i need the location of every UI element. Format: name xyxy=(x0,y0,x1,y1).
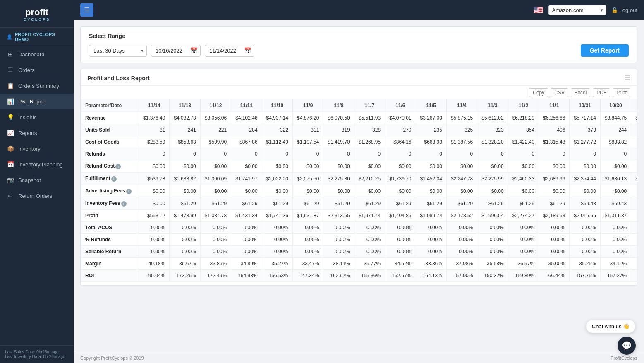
row-cell: 319 xyxy=(323,124,354,136)
sidebar-item-return-orders[interactable]: ↩ Return Orders xyxy=(0,188,74,204)
col-header: 11/9 xyxy=(292,99,323,112)
info-icon[interactable]: i xyxy=(121,201,127,207)
row-cell: 34.52% xyxy=(385,258,416,270)
row-cell: 35.00% xyxy=(539,258,570,270)
row-cell: 81 xyxy=(139,124,170,136)
csv-button[interactable]: CSV xyxy=(551,88,568,97)
row-cell: $0.00 xyxy=(170,185,200,197)
row-cell: $833.82 xyxy=(600,136,631,148)
row-cell: $706.43 xyxy=(631,136,637,148)
row-cell: $0.00 xyxy=(262,185,292,197)
table-row: % Refunds0.00%0.00%0.00%0.00%0.00%0.00%0… xyxy=(81,234,637,246)
info-icon[interactable]: i xyxy=(115,164,121,169)
row-cell: $4,876.20 xyxy=(292,112,323,124)
row-cell: 0 xyxy=(477,148,508,160)
sidebar-item-orders-summary[interactable]: 📋 Orders Summary xyxy=(0,78,74,94)
row-cell: $1,638.82 xyxy=(170,173,200,185)
row-cell: $61.29 xyxy=(262,197,292,210)
row-cell: $1,089.74 xyxy=(416,210,446,222)
row-cell: 0 xyxy=(508,148,539,160)
row-cell: 0.00% xyxy=(416,222,446,234)
footer-copyright: Copyright ProfitCyclops © 2019 xyxy=(80,356,144,361)
row-cell: 0.00% xyxy=(446,234,477,246)
sidebar-item-pl-report[interactable]: 📊 P&L Report xyxy=(0,94,74,109)
row-cell: $599.90 xyxy=(200,136,231,148)
col-header: 11/10 xyxy=(262,99,292,112)
print-button[interactable]: Print xyxy=(613,88,630,97)
excel-button[interactable]: Excel xyxy=(571,88,590,97)
row-cell: $1,971.44 xyxy=(354,210,385,222)
row-cell: 0 xyxy=(323,148,354,160)
dashboard-icon: ⊞ xyxy=(7,51,14,58)
chat-button[interactable]: 💬 xyxy=(618,337,636,355)
store-select-wrapper: Amazon.com Amazon.ca Amazon.co.uk xyxy=(548,5,606,15)
row-label: ROI xyxy=(81,270,139,282)
row-cell: 37.08% xyxy=(446,258,477,270)
row-cell: 0.00% xyxy=(385,222,416,234)
menu-button[interactable]: ☰ xyxy=(80,3,93,17)
row-cell: $0.00 xyxy=(323,160,354,173)
row-cell: $0.00 xyxy=(139,185,170,197)
row-cell: $6,218.29 xyxy=(508,112,539,124)
get-report-button[interactable]: Get Report xyxy=(581,44,629,57)
range-select[interactable]: Last 30 Days Last 7 Days Last 14 Days Th… xyxy=(89,45,147,57)
row-cell: 241 xyxy=(170,124,200,136)
row-cell: 0.00% xyxy=(631,222,637,234)
report-table: Parameter/Date11/1411/1311/1211/1111/101… xyxy=(81,99,637,282)
row-cell: $0.00 xyxy=(600,185,631,197)
sidebar-item-insights[interactable]: 💡 Insights xyxy=(0,109,74,125)
user-icon: 👤 xyxy=(7,34,12,40)
row-cell: $0.00 xyxy=(508,160,539,173)
sidebar-logo: profit CYCLOPS xyxy=(0,0,74,28)
row-cell: 164.93% xyxy=(231,270,262,282)
range-title: Select Range xyxy=(89,33,629,39)
sidebar-item-snapshot[interactable]: 📷 Snapshot xyxy=(0,172,74,188)
calendar-to-icon[interactable]: 📅 xyxy=(244,47,251,54)
pdf-button[interactable]: PDF xyxy=(593,88,610,97)
col-header: 11/12 xyxy=(200,99,231,112)
row-cell: $1,431.34 xyxy=(231,210,262,222)
row-cell: 157.00% xyxy=(446,270,477,282)
sidebar-item-reports[interactable]: 📈 Reports xyxy=(0,125,74,141)
table-row: Sellable Return0.00%0.00%0.00%0.00%0.00%… xyxy=(81,246,637,258)
row-cell: $0.00 xyxy=(539,160,570,173)
row-cell: 0.00% xyxy=(292,222,323,234)
row-cell: $0.00 xyxy=(385,160,416,173)
sidebar-item-inventory-planning[interactable]: 📅 Inventory Planning xyxy=(0,156,74,172)
calendar-from-icon[interactable]: 📅 xyxy=(190,47,197,54)
sales-status: Last Sales Data: 0hr26m ago xyxy=(5,350,69,354)
store-select[interactable]: Amazon.com Amazon.ca Amazon.co.uk xyxy=(548,5,606,15)
row-cell: 33.47% xyxy=(292,258,323,270)
row-cell: 150.32% xyxy=(477,270,508,282)
row-cell: 36.57% xyxy=(508,258,539,270)
row-cell: 166.44% xyxy=(539,270,570,282)
row-cell: $2,313.65 xyxy=(323,210,354,222)
row-cell: 35.25% xyxy=(570,258,600,270)
sidebar-item-orders[interactable]: ☰ Orders xyxy=(0,62,74,78)
row-label: Margin xyxy=(81,258,139,270)
row-cell: $61.29 xyxy=(385,197,416,210)
row-cell: $69.43 xyxy=(600,197,631,210)
sidebar-item-inventory[interactable]: 📦 Inventory xyxy=(0,141,74,156)
report-header: Profit and Loss Report ☰ xyxy=(81,69,637,86)
row-cell: $1,404.86 xyxy=(385,210,416,222)
logout-button[interactable]: 🔓 Log out xyxy=(611,7,637,13)
row-cell: $1,112.49 xyxy=(262,136,292,148)
sidebar-item-label: Snapshot xyxy=(18,177,41,183)
row-cell: $0.00 xyxy=(170,160,200,173)
row-cell: 36.67% xyxy=(170,258,200,270)
table-row: Margin40.18%36.67%33.86%34.89%35.27%33.4… xyxy=(81,258,637,270)
row-cell: 164.13% xyxy=(416,270,446,282)
row-cell: $0.00 xyxy=(446,160,477,173)
inventory-status: Last Inventory Data: 0hr26m ago xyxy=(5,354,69,359)
info-icon[interactable]: i xyxy=(111,176,117,182)
row-cell: 0.00% xyxy=(170,234,200,246)
row-cell: 0.00% xyxy=(508,222,539,234)
copy-button[interactable]: Copy xyxy=(529,88,548,97)
col-header: 11/11 xyxy=(231,99,262,112)
sidebar-item-dashboard[interactable]: ⊞ Dashboard xyxy=(0,46,74,62)
row-cell: $1,376.49 xyxy=(139,112,170,124)
row-cell: 173.26% xyxy=(170,270,200,282)
user-label: PROFIT CYCLOPS DEMO xyxy=(15,32,67,42)
info-icon[interactable]: i xyxy=(126,189,132,194)
